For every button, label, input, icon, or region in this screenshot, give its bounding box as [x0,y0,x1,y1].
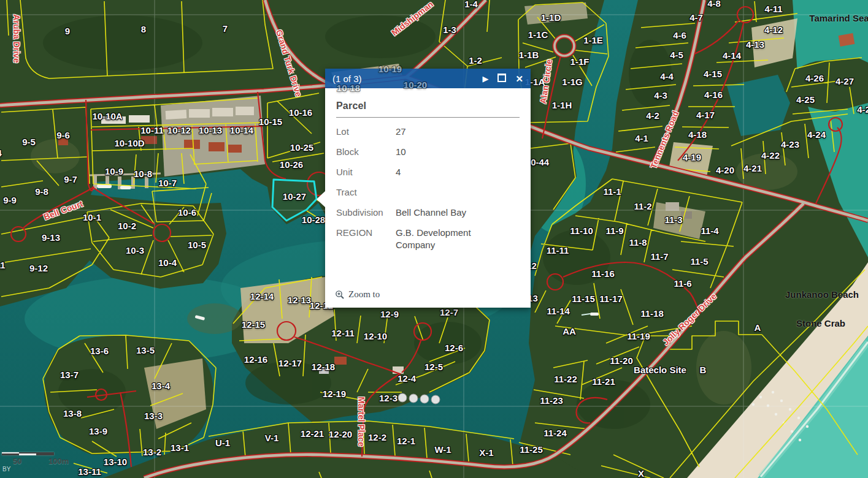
parcel-popup: (1 of 3) ▶ ✕ Parcel Lot27Block10Unit4Tra… [325,69,531,308]
popup-field-row: Unit4 [336,166,520,178]
field-value: 4 [396,166,401,178]
scalebar-100: 100m [48,457,69,466]
maximize-icon[interactable] [497,74,506,83]
field-value: 27 [396,126,406,138]
popup-header[interactable]: (1 of 3) ▶ ✕ [325,69,531,88]
scalebar-50: 50 [13,457,21,466]
popup-callout-arrow [317,191,325,207]
map-attribution: BY [2,466,10,472]
scalebar: 50 100m [2,452,75,464]
popup-field-row: SubdivisionBell Channel Bay [336,207,520,219]
popup-field-row: Block10 [336,146,520,158]
field-label: Block [336,146,396,158]
field-label: Tract [336,186,396,199]
popup-fields: Lot27Block10Unit4TractSubdivisionBell Ch… [336,126,520,251]
next-feature-icon[interactable]: ▶ [482,75,488,83]
popup-field-row: REGIONG.B. Development Company [336,227,520,251]
popup-field-row: Tract [336,186,520,199]
field-label: Lot [336,126,396,138]
popup-field-row: Lot27 [336,126,520,138]
field-value: G.B. Development Company [396,227,500,251]
field-label: Unit [336,166,396,178]
magnifier-plus-icon [335,290,345,300]
field-label: Subdivision [336,207,396,219]
close-icon[interactable]: ✕ [515,74,523,83]
field-label: REGION [336,227,396,251]
zoom-to-action[interactable]: Zoom to [335,289,380,300]
popup-title: Parcel [336,101,520,112]
popup-title-rule [336,117,520,118]
zoom-to-label: Zoom to [348,289,380,300]
popup-body: Parcel Lot27Block10Unit4TractSubdivision… [325,88,531,308]
field-value: Bell Channel Bay [396,207,466,219]
popup-pagination: (1 of 3) [332,74,362,84]
field-value: 10 [396,146,406,158]
map-canvas[interactable]: 9871-41-31-21-1D1-1C1-1E1-1B1-1F1-1G1-1H… [0,0,868,478]
